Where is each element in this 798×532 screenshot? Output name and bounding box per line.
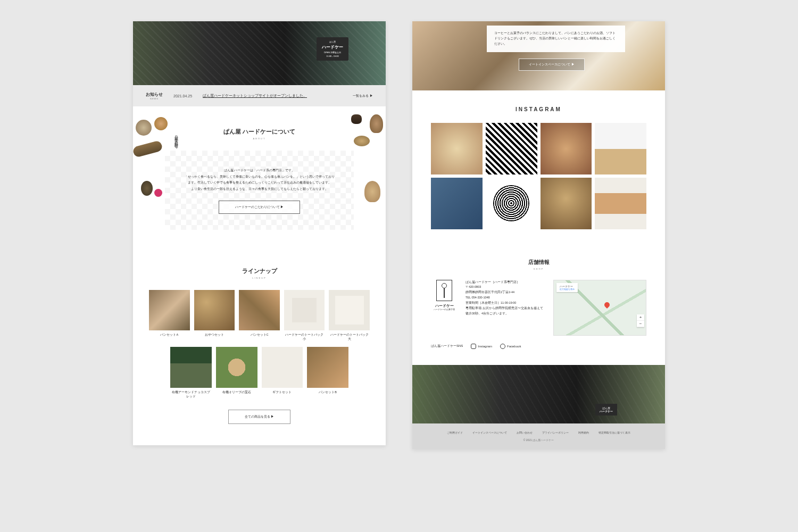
footer-links: ご利用ガイド イートインスペースについて お問い合わせ プライバシーポリシー 利… bbox=[420, 431, 658, 434]
lineup-title: ラインナップ bbox=[149, 267, 370, 275]
shop-sns: ぱん屋ハードケーSNS Instagram Facebook bbox=[431, 344, 646, 349]
lineup-grid-1: パンセットA おやつセット パンセットC ハードケーのトートバック 小 ハードケ… bbox=[149, 290, 370, 342]
footer-sign-name: ハードケー bbox=[600, 410, 613, 413]
shop-map[interactable]: ハードケー 拡大地図を表示 + − bbox=[553, 280, 646, 336]
instagram-icon bbox=[471, 344, 476, 349]
instagram-label: Instagram bbox=[478, 344, 492, 347]
instagram-post[interactable] bbox=[541, 123, 592, 174]
lineup-subtitle: LINEUP bbox=[149, 277, 370, 279]
shop-name: ぱん屋ハードケー［ハード系専門店］ bbox=[466, 280, 545, 285]
shop-logo-icon bbox=[436, 280, 452, 301]
product-item[interactable]: パンセットC bbox=[239, 290, 280, 342]
lineup-section: ラインナップ LINEUP パンセットA おやつセット パンセットC ハードケー… bbox=[133, 256, 386, 445]
news-label-jp: お知らせ bbox=[146, 92, 163, 97]
about-vertical-text-1: 自家製天然酵母 bbox=[171, 127, 181, 148]
eatin-section: コーヒーとお菓子のバランスにこだわりまして、パンにあうこだわりのお酒、ソフトドリ… bbox=[412, 21, 665, 90]
instagram-post[interactable] bbox=[486, 123, 537, 174]
eatin-button[interactable]: イートインスペースについて ▶ bbox=[519, 59, 585, 71]
footer-link[interactable]: 利用規約 bbox=[578, 431, 589, 434]
product-item[interactable]: パンセットA bbox=[149, 290, 190, 342]
map-zoom-controls: + − bbox=[637, 314, 644, 327]
map-zoom-in-button[interactable]: + bbox=[637, 314, 644, 321]
baguette-decoration-icon bbox=[132, 140, 163, 158]
bread-decoration-icon bbox=[136, 120, 152, 136]
product-thumb bbox=[149, 290, 190, 331]
sign-hours: 11:00 - 19:00 bbox=[322, 55, 343, 57]
about-p2: 「せっかく食べるなら、美味しくて身体に良いものを。心も体も喜ぶパンを。」という思… bbox=[184, 174, 335, 185]
product-item[interactable]: ハードケーのトートバック 大 bbox=[329, 290, 370, 342]
product-item[interactable]: パンセットB bbox=[307, 347, 348, 399]
product-item[interactable]: 有機オリーブの宝石 bbox=[216, 347, 257, 399]
shop-tel: TEL 054-330-1048 bbox=[466, 295, 545, 301]
instagram-post[interactable] bbox=[431, 123, 483, 174]
bread-decoration-icon bbox=[354, 136, 370, 146]
page-lower: コーヒーとお菓子のバランスにこだわりまして、パンにあうこだわりのお酒、ソフトドリ… bbox=[412, 21, 665, 449]
bread-decoration-icon bbox=[154, 117, 168, 130]
lineup-all-button[interactable]: 全ての商品を見る ▶ bbox=[228, 410, 291, 424]
shop-address: 静岡県静岡市葵区千代田2丁目2-44 bbox=[466, 290, 545, 295]
product-thumb bbox=[239, 290, 280, 331]
map-enlarge-link[interactable]: 拡大地図を表示 bbox=[560, 288, 575, 290]
about-p1: ぱん屋 ハードケーは「ハード系の専門店」です。 bbox=[184, 168, 335, 173]
hero-signboard: ぱん屋 ハードケー OPEN 木曜金土日 11:00 - 19:00 bbox=[317, 37, 348, 61]
shop-info: ぱん屋ハードケー［ハード系専門店］ 〒420-0803 静岡県静岡市葵区千代田2… bbox=[466, 280, 545, 317]
product-thumb bbox=[170, 347, 212, 388]
product-name: ギフトセット bbox=[262, 390, 303, 395]
shop-section: 店舗情報 SHOP ハードケー ハードケーのお菓子屋 ぱん屋ハードケー［ハード系… bbox=[412, 245, 665, 365]
footer: ご利用ガイド イートインスペースについて お問い合わせ プライバシーポリシー 利… bbox=[412, 423, 665, 449]
news-label: お知らせ NEWS bbox=[146, 92, 163, 100]
instagram-post[interactable] bbox=[595, 178, 646, 229]
product-thumb bbox=[329, 290, 370, 331]
footer-link[interactable]: イートインスペースについて bbox=[472, 431, 507, 434]
instagram-title: INSTAGRAM bbox=[431, 106, 646, 112]
product-thumb bbox=[194, 290, 235, 331]
footer-link[interactable]: ご利用ガイド bbox=[447, 431, 463, 434]
product-name: ハードケーのトートバック 大 bbox=[329, 333, 370, 341]
map-zoom-out-button[interactable]: − bbox=[637, 321, 644, 327]
facebook-label: Facebook bbox=[507, 344, 521, 347]
croissant-decoration-icon bbox=[351, 114, 362, 124]
shop-logo-name: ハードケー bbox=[431, 303, 458, 309]
instagram-post[interactable] bbox=[595, 123, 646, 174]
about-section: ぱん屋 ハードケーについて ABOUT 自家製天然酵母 こだわりの素材 ぱん屋 … bbox=[133, 106, 386, 256]
instagram-link[interactable]: Instagram bbox=[471, 344, 492, 349]
product-item[interactable]: おやつセット bbox=[194, 290, 235, 342]
product-name: 有機オリーブの宝石 bbox=[216, 390, 257, 395]
footer-link[interactable]: プライバシーポリシー bbox=[542, 431, 569, 434]
product-thumb bbox=[216, 347, 257, 388]
facebook-icon bbox=[500, 344, 505, 349]
footer-link[interactable]: お問い合わせ bbox=[517, 431, 533, 434]
lineup-grid-2: 有機アーモンドチョコスプレッド 有機オリーブの宝石 ギフトセット パンセットB bbox=[170, 347, 348, 399]
map-pin-icon bbox=[603, 301, 611, 309]
instagram-post[interactable] bbox=[541, 178, 592, 229]
sns-label: ぱん屋ハードケーSNS bbox=[431, 344, 463, 348]
sign-open: OPEN 木曜金土日 bbox=[322, 51, 343, 54]
footer-link[interactable]: 特定商取引法に基づく表示 bbox=[598, 431, 630, 434]
facebook-link[interactable]: Facebook bbox=[500, 344, 521, 349]
product-name: ハードケーのトートバック 小 bbox=[284, 333, 325, 341]
bread-decoration-icon bbox=[141, 181, 153, 196]
product-thumb bbox=[262, 347, 303, 388]
sign-tagline: ぱん屋 bbox=[322, 40, 343, 43]
shop-logo: ハードケー ハードケーのお菓子屋 bbox=[431, 280, 458, 311]
instagram-grid bbox=[431, 123, 646, 229]
product-name: パンセットB bbox=[307, 390, 348, 395]
sign-name: ハードケー bbox=[322, 44, 343, 50]
about-more-button[interactable]: ハードケーのこだわりについて ▶ bbox=[219, 201, 301, 214]
shop-body: ハードケー ハードケーのお菓子屋 ぱん屋ハードケー［ハード系専門店］ 〒420-… bbox=[431, 280, 646, 336]
product-thumb bbox=[284, 290, 325, 331]
instagram-post[interactable] bbox=[486, 178, 537, 229]
map-label[interactable]: ハードケー 拡大地図を表示 bbox=[556, 283, 578, 292]
product-item[interactable]: ギフトセット bbox=[262, 347, 303, 399]
news-headline-link[interactable]: ぱん屋ハードケーネットショップサイトがオープンしました。 bbox=[203, 93, 342, 98]
news-more-link[interactable]: 一覧をみる ▶ bbox=[353, 94, 373, 98]
product-item[interactable]: ハードケーのトートバック 小 bbox=[284, 290, 325, 342]
product-item[interactable]: 有機アーモンドチョコスプレッド bbox=[170, 347, 212, 399]
hero-image: ぱん屋 ハードケー OPEN 木曜金土日 11:00 - 19:00 bbox=[133, 21, 386, 85]
instagram-post[interactable] bbox=[431, 178, 483, 229]
news-bar: お知らせ NEWS 2021.04.25 ぱん屋ハードケーネットショップサイトが… bbox=[133, 85, 386, 106]
product-name: パンセットC bbox=[239, 333, 280, 337]
about-p3: より良い食生活の一部を担えるような、日々の食事を大切にしてもらえたらと願っており… bbox=[184, 186, 335, 192]
page-upper: ぱん屋 ハードケー OPEN 木曜金土日 11:00 - 19:00 お知らせ … bbox=[133, 21, 386, 445]
news-date: 2021.04.25 bbox=[173, 94, 192, 98]
